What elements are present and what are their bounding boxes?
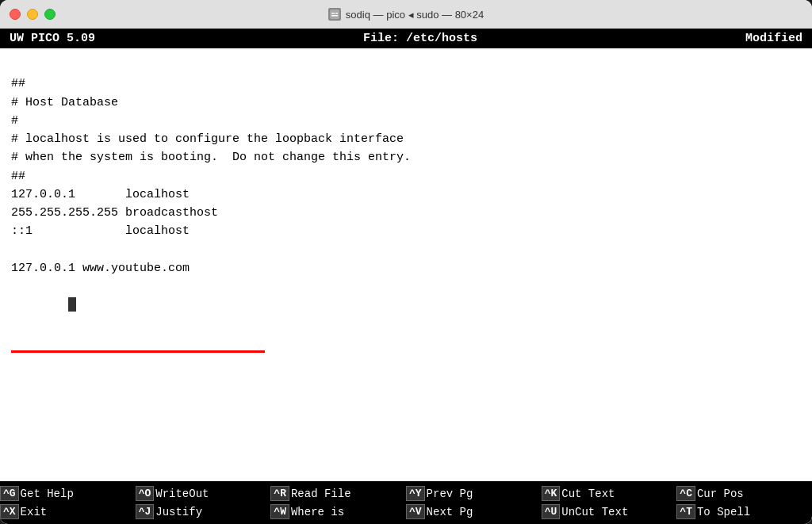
- minimize-button[interactable]: [27, 9, 38, 20]
- terminal-window: sodiq — pico ◂ sudo — 80×24 UW PICO 5.09…: [0, 0, 812, 524]
- menu-item-read-file[interactable]: ^R Read File: [270, 486, 406, 501]
- red-underline-indicator: [11, 350, 265, 353]
- editor-line: # localhost is used to configure the loo…: [11, 130, 801, 148]
- menu-col-4: ^Y Prev Pg ^V Next Pg: [406, 486, 542, 519]
- text-cursor: [68, 297, 76, 312]
- menu-col-2: ^O WriteOut ^J Justify: [136, 486, 271, 519]
- svg-rect-2: [335, 13, 338, 14]
- menu-item-exit[interactable]: ^X Exit: [0, 504, 136, 519]
- svg-rect-3: [331, 15, 338, 17]
- window-title: sodiq — pico ◂ sudo — 80×24: [328, 8, 484, 21]
- app-name: UW PICO 5.09: [10, 32, 95, 45]
- menu-item-uncut-text[interactable]: ^U UnCut Text: [542, 504, 677, 519]
- key-ctrl-c: ^C: [676, 486, 695, 501]
- label-exit: Exit: [21, 506, 48, 518]
- status-bar: UW PICO 5.09 File: /etc/hosts Modified: [0, 29, 812, 48]
- menu-item-writeout[interactable]: ^O WriteOut: [136, 486, 271, 501]
- label-cur-pos: Cur Pos: [697, 488, 744, 500]
- label-prev-pg: Prev Pg: [427, 488, 473, 500]
- editor-line: [11, 56, 801, 75]
- editor-content[interactable]: ## # Host Database # # localhost is used…: [0, 48, 812, 481]
- editor-line: #: [11, 112, 801, 130]
- label-writeout: WriteOut: [155, 488, 209, 500]
- svg-rect-0: [330, 10, 339, 19]
- label-cut-text: Cut Text: [561, 488, 615, 500]
- menu-item-next-pg[interactable]: ^V Next Pg: [406, 504, 542, 519]
- editor-line: 127.0.0.1 localhost: [11, 186, 801, 204]
- label-read-file: Read File: [291, 488, 351, 500]
- modified-status: Modified: [745, 32, 802, 45]
- key-ctrl-g: ^G: [0, 486, 19, 501]
- maximize-button[interactable]: [44, 9, 56, 20]
- key-ctrl-r: ^R: [270, 486, 289, 501]
- editor-line: [11, 241, 801, 259]
- key-ctrl-k: ^K: [542, 486, 561, 501]
- menu-item-cur-pos[interactable]: ^C Cur Pos: [676, 486, 812, 501]
- editor-line: ::1 localhost: [11, 222, 801, 240]
- label-to-spell: To Spell: [697, 506, 750, 518]
- terminal-icon: [328, 8, 341, 21]
- traffic-lights: [10, 9, 56, 20]
- label-where-is: Where is: [291, 506, 344, 518]
- key-ctrl-v: ^V: [406, 504, 425, 519]
- menu-item-cut-text[interactable]: ^K Cut Text: [542, 486, 677, 501]
- menu-bar: ^G Get Help ^X Exit ^O WriteOut ^J Justi…: [0, 481, 812, 524]
- key-ctrl-u: ^U: [542, 504, 561, 519]
- menu-col-3: ^R Read File ^W Where is: [270, 486, 406, 519]
- editor-line: 127.0.0.1 www.youtube.com: [11, 259, 801, 277]
- svg-rect-1: [331, 13, 335, 14]
- title-bar: sodiq — pico ◂ sudo — 80×24: [0, 0, 812, 29]
- menu-item-get-help[interactable]: ^G Get Help: [0, 486, 136, 501]
- key-ctrl-y: ^Y: [406, 486, 425, 501]
- menu-item-prev-pg[interactable]: ^Y Prev Pg: [406, 486, 542, 501]
- editor-line: ##: [11, 75, 801, 93]
- editor-line: ##: [11, 167, 801, 186]
- key-ctrl-t: ^T: [676, 504, 695, 519]
- label-next-pg: Next Pg: [427, 506, 473, 518]
- menu-item-justify[interactable]: ^J Justify: [136, 504, 271, 519]
- key-ctrl-x: ^X: [0, 504, 19, 519]
- menu-col-6: ^C Cur Pos ^T To Spell: [676, 486, 812, 519]
- key-ctrl-j: ^J: [136, 504, 155, 519]
- key-ctrl-o: ^O: [136, 486, 155, 501]
- cursor-line: [11, 277, 801, 351]
- menu-col-5: ^K Cut Text ^U UnCut Text: [542, 486, 677, 519]
- label-uncut-text: UnCut Text: [561, 506, 628, 518]
- editor-line: # Host Database: [11, 94, 801, 112]
- editor-container: UW PICO 5.09 File: /etc/hosts Modified #…: [0, 29, 812, 524]
- editor-line: 255.255.255.255 broadcasthost: [11, 204, 801, 222]
- menu-item-where-is[interactable]: ^W Where is: [270, 504, 406, 519]
- menu-col-1: ^G Get Help ^X Exit: [0, 486, 136, 519]
- label-justify: Justify: [155, 506, 202, 518]
- close-button[interactable]: [10, 9, 21, 20]
- key-ctrl-w: ^W: [270, 504, 289, 519]
- file-path: File: /etc/hosts: [363, 32, 477, 45]
- menu-item-to-spell[interactable]: ^T To Spell: [676, 504, 812, 519]
- editor-line: # when the system is booting. Do not cha…: [11, 148, 801, 166]
- label-get-help: Get Help: [21, 488, 74, 500]
